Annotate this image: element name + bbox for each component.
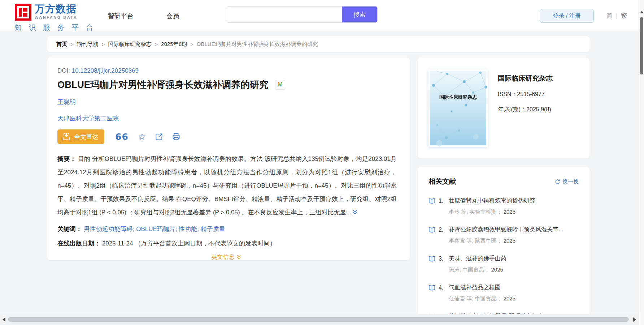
free-download-icon: free	[62, 132, 71, 141]
related-item-number: 4.	[436, 285, 449, 291]
wanfang-logo[interactable]: 万方数据 WANFANG DATA 知 识 服 务 平 台	[14, 4, 92, 33]
vertical-scrollbar-thumb[interactable]	[640, 17, 643, 74]
brand-name: 万方数据	[35, 3, 77, 14]
related-item: 4. 气血滋补益品之桂圆 任佳音 等; 中国食品； 2025	[428, 284, 579, 302]
lang-divider: |	[616, 12, 617, 20]
article-actions: free 全文直达 66 ☆	[57, 129, 395, 144]
favorite-star-icon[interactable]: ☆	[138, 132, 146, 141]
book-icon	[428, 227, 436, 233]
doi-label: DOI:	[57, 67, 70, 74]
breadcrumb-item[interactable]: 国际临床研究杂志	[108, 41, 152, 48]
online-date-value: 2025-11-24	[102, 240, 133, 247]
nav-item-member[interactable]: 会员	[166, 0, 179, 32]
book-icon	[428, 198, 436, 204]
breadcrumb-item[interactable]: 首页	[56, 41, 67, 48]
nav-item-zhiyan[interactable]: 智研平台 new	[108, 0, 134, 32]
print-icon[interactable]	[172, 132, 180, 141]
book-icon	[428, 285, 436, 291]
medline-badge-icon[interactable]: M	[275, 80, 285, 90]
badge-letter: M	[278, 81, 283, 88]
online-date-label: 在线出版日期：	[57, 240, 100, 247]
breadcrumb: 首页>期刊导航>国际临床研究杂志>2025年8期>OBLUE玛咖片对男性补肾强身…	[47, 36, 589, 52]
nav-member-label: 会员	[166, 12, 179, 20]
doi-link[interactable]: 10.12208/j.ijcr.20250369	[72, 67, 139, 74]
related-item-meta: 陈涛; 中国食品； 2025	[449, 266, 579, 273]
login-register-button[interactable]: 登录 / 注册	[540, 9, 594, 23]
abstract-text: 摘要： 目的 分析OBLUE玛咖片对男性补肾强身长效滋补调养的效果。方法 该研究…	[57, 152, 397, 220]
scroll-right-arrow[interactable]	[633, 317, 636, 322]
nav-zhiyan-label: 智研平台	[108, 12, 134, 20]
volume-label: 年,卷(期)：	[498, 106, 526, 112]
keyword-link[interactable]: 精子质量	[201, 226, 225, 232]
refresh-label: 换一换	[562, 178, 579, 185]
chevron-double-down-icon	[236, 255, 242, 260]
new-badge: new	[136, 0, 145, 0]
abstract-body: 目的 分析OBLUE玛咖片对男性补肾强身长效滋补调养的效果。方法 该研究总共纳入…	[57, 155, 397, 216]
article-card: DOI: 10.12208/j.ijcr.20250369 OBLUE玛咖片对男…	[47, 57, 410, 260]
related-item-number: 3.	[436, 256, 449, 262]
fulltext-label: 全文直达	[74, 133, 99, 141]
keywords-row: 关键词： 男性勃起功能障碍; OBLUE玛咖片; 性功能; 精子质量	[57, 225, 395, 234]
journal-card: 国际临床研究杂志 国际临床研究杂志 ISSN：2515-6977 年,卷(期)：…	[418, 57, 589, 158]
svg-text:free: free	[64, 138, 68, 141]
related-item: 2. 补肾强筋胶囊增效甲氨蝶呤干预类风湿关节... 李春宜 等; 陕西中医； 2…	[428, 226, 579, 244]
search-input[interactable]	[227, 7, 342, 22]
issn-value: 2515-6977	[517, 91, 545, 97]
english-info-toggle[interactable]: 英文信息	[57, 253, 395, 260]
expand-abstract-icon[interactable]	[352, 206, 358, 220]
lang-simplified[interactable]: 简	[606, 12, 613, 20]
breadcrumb-separator: >	[190, 41, 193, 47]
horizontal-scrollbar-thumb[interactable]	[8, 317, 629, 322]
journal-cover[interactable]: 国际临床研究杂志	[428, 69, 488, 147]
related-item-title[interactable]: 补肾强筋胶囊增效甲氨蝶呤干预类风湿关节...	[449, 226, 579, 234]
breadcrumb-item: OBLUE玛咖片对男性补肾强身长效滋补调养的研究	[197, 41, 318, 48]
breadcrumb-separator: >	[102, 41, 105, 47]
vertical-scrollbar	[639, 0, 644, 325]
related-list: 1. 壮腰健肾丸中辅料炼蜜的掺伪研究 李玲 等; 实验室检测； 2025 2. …	[428, 197, 579, 320]
brand-name-en: WANFANG DATA	[35, 15, 77, 20]
keywords-label: 关键词：	[57, 226, 82, 232]
breadcrumb-separator: >	[70, 41, 74, 47]
site-header: 万方数据 WANFANG DATA 知 识 服 务 平 台 智研平台 new 会…	[0, 0, 644, 32]
related-item-title[interactable]: 美味、滋补的佛手山药	[449, 255, 579, 262]
book-icon	[428, 256, 436, 262]
journal-name[interactable]: 国际临床研究杂志	[498, 74, 553, 83]
fulltext-button[interactable]: free 全文直达	[57, 129, 104, 144]
affiliation-link[interactable]: 天津医科大学第二医院	[57, 115, 119, 122]
language-switch: 简 | 繁	[606, 12, 627, 20]
related-articles-card: 相关文献 换一换 1. 壮腰健肾丸中辅料炼蜜的掺伪研究 李玲 等; 实验室检测；…	[418, 167, 589, 325]
issn-label: ISSN：	[498, 91, 517, 97]
lang-traditional[interactable]: 繁	[621, 12, 627, 20]
online-date-row: 在线出版日期： 2025-11-24 （万方平台首次上网日期，不代表论文的发表时…	[57, 239, 395, 248]
keyword-link[interactable]: 男性勃起功能障碍	[84, 226, 133, 232]
search-button[interactable]: 搜索	[342, 7, 377, 22]
refresh-related-button[interactable]: 换一换	[555, 178, 579, 185]
related-item: 3. 美味、滋补的佛手山药 陈涛; 中国食品； 2025	[428, 255, 579, 273]
breadcrumb-item[interactable]: 期刊导航	[77, 41, 99, 48]
online-date-note: （万方平台首次上网日期，不代表论文的发表时间）	[135, 240, 276, 247]
english-info-label: 英文信息	[212, 254, 235, 260]
volume-value: 2025,9(8)	[526, 106, 551, 112]
search-bar: 搜索	[227, 6, 378, 23]
breadcrumb-item[interactable]: 2025年8期	[161, 41, 187, 48]
article-title: OBLUE玛咖片对男性补肾强身长效滋补调养的研究	[57, 78, 269, 91]
related-item-title[interactable]: 壮腰健肾丸中辅料炼蜜的掺伪研究	[449, 197, 579, 205]
breadcrumb-separator: >	[155, 41, 158, 47]
author-link[interactable]: 王晓明	[57, 99, 76, 106]
related-item-number: 2.	[436, 227, 449, 233]
keyword-link[interactable]: OBLUE玛咖片	[136, 226, 175, 232]
abstract-label: 摘要：	[57, 155, 76, 162]
related-item-number: 1.	[436, 198, 449, 204]
related-item-title[interactable]: 气血滋补益品之桂圆	[449, 284, 579, 291]
journal-volume-row: 年,卷(期)：2025,9(8)	[498, 106, 553, 114]
keyword-link[interactable]: 性功能	[179, 226, 197, 232]
brand-subtitle: 知 识 服 务 平 台	[14, 23, 92, 33]
related-title: 相关文献	[428, 177, 456, 186]
scroll-left-arrow[interactable]	[3, 317, 5, 322]
share-icon[interactable]	[155, 133, 163, 141]
horizontal-scrollbar	[0, 314, 639, 325]
doi-row: DOI: 10.12208/j.ijcr.20250369	[57, 67, 395, 75]
related-item-meta: 李玲 等; 实验室检测； 2025	[449, 209, 579, 215]
cite-icon[interactable]: 66	[115, 132, 129, 142]
scroll-up-arrow[interactable]	[640, 11, 644, 13]
